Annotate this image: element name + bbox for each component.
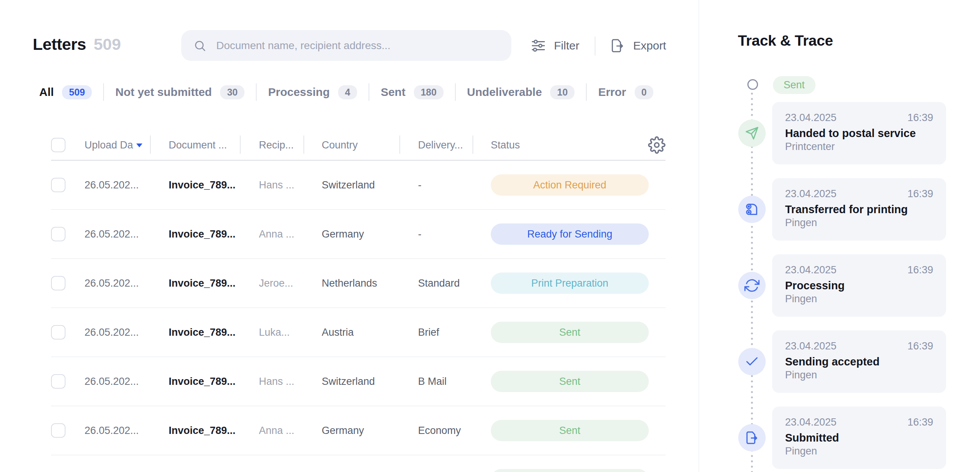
filter-label: Filter <box>554 39 579 52</box>
export-button[interactable]: Export <box>610 34 666 57</box>
search-bar[interactable] <box>181 30 511 61</box>
status-badge: Sent <box>491 469 649 472</box>
table-row[interactable]: 26.05.202... Invoice_789... Hans ... Swi… <box>51 357 666 406</box>
event-time: 16:39 <box>907 188 933 200</box>
column-header-upload-date[interactable]: Upload Da <box>85 139 169 151</box>
table-row[interactable]: 26.05.202... Invoice_789... Hans ... Swi… <box>51 161 666 210</box>
sort-desc-caret <box>136 144 142 147</box>
cell-recipient: Luka... <box>259 327 322 338</box>
event-time: 16:39 <box>907 264 933 276</box>
status-badge: Print Preparation <box>491 273 649 294</box>
timeline-event-card[interactable]: 23.04.2025 16:39 Sending accepted Pingen <box>772 330 946 393</box>
cell-upload-date: 26.05.202... <box>85 179 169 191</box>
tab-error[interactable]: Error 0 <box>598 85 653 99</box>
timeline-start-ring <box>747 79 758 90</box>
event-source: Pingen <box>785 445 933 457</box>
timeline-event-card[interactable]: 23.04.2025 16:39 Processing Pingen <box>772 254 946 317</box>
event-date: 23.04.2025 <box>785 188 836 200</box>
event-title: Submitted <box>785 432 933 444</box>
event-source: Pingen <box>785 217 933 229</box>
tab-count-badge: 0 <box>635 85 654 99</box>
table-row[interactable]: 26.05.202... Invoice_789... Anna ... Ger… <box>51 210 666 259</box>
column-header-recipient[interactable]: Recip... <box>259 139 322 151</box>
header-separator <box>240 136 241 154</box>
row-checkbox[interactable] <box>51 178 65 192</box>
cell-document: Invoice_789... <box>169 327 259 338</box>
cell-country: Switzerland <box>322 179 418 191</box>
tab-separator <box>369 83 369 101</box>
row-checkbox[interactable] <box>51 276 65 290</box>
column-header-delivery[interactable]: Delivery... <box>418 139 491 151</box>
tab-all[interactable]: All 509 <box>39 85 92 99</box>
cell-document: Invoice_789... <box>169 179 259 191</box>
cell-recipient: Jeroe... <box>259 277 322 289</box>
row-checkbox[interactable] <box>51 227 65 241</box>
table-row[interactable]: 26.05.202... Invoice_789... Anna ... Ger… <box>51 406 666 455</box>
cell-document: Invoice_789... <box>169 277 259 289</box>
filter-button[interactable]: Filter <box>530 34 579 57</box>
search-icon <box>193 39 206 52</box>
tab-count-badge: 10 <box>550 85 575 99</box>
table-row[interactable]: 26.05.202... Invoice_789... Luka... Aust… <box>51 308 666 357</box>
tab-count-badge: 509 <box>62 85 92 99</box>
header-separator <box>150 136 151 154</box>
tab-count-badge: 180 <box>414 85 444 99</box>
status-badge: Sent <box>491 371 649 392</box>
table-header-row: Upload Da Document ... Recip... Country … <box>51 130 666 161</box>
file-export-icon <box>738 424 766 451</box>
cell-delivery: - <box>418 179 491 191</box>
tab-separator <box>455 83 456 101</box>
event-time: 16:39 <box>907 416 933 428</box>
sliders-icon <box>530 38 546 54</box>
event-title: Handed to postal service <box>785 127 933 140</box>
track-trace-panel: Track & Trace Sent 23.04.2025 16:39 Hand… <box>699 0 980 472</box>
tab-undeliverable[interactable]: Undeliverable 10 <box>467 85 575 99</box>
timeline-event-card[interactable]: 23.04.2025 16:39 Submitted Pingen <box>772 407 946 469</box>
tab-processing[interactable]: Processing 4 <box>268 85 357 99</box>
tab-count-badge: 4 <box>338 85 357 99</box>
event-title: Transferred for printing <box>785 203 933 216</box>
header-separator <box>472 136 473 154</box>
cell-delivery: Economy <box>418 425 491 437</box>
timeline-event-card[interactable]: 23.04.2025 16:39 Transferred for printin… <box>772 178 946 241</box>
printing-press-icon <box>738 196 766 223</box>
column-header-country[interactable]: Country <box>322 139 418 151</box>
tab-label: All <box>39 86 54 99</box>
event-source: Pingen <box>785 369 933 381</box>
tab-label: Undeliverable <box>467 86 542 99</box>
timeline-event-card[interactable]: 23.04.2025 16:39 Handed to postal servic… <box>772 102 946 164</box>
row-checkbox[interactable] <box>51 374 65 389</box>
event-date: 23.04.2025 <box>785 112 836 124</box>
export-label: Export <box>633 39 666 52</box>
cell-country: Germany <box>322 228 418 240</box>
status-tabs: All 509 Not yet submitted 30 Processing … <box>39 82 653 102</box>
cell-document: Invoice_789... <box>169 228 259 240</box>
search-input[interactable] <box>215 39 506 52</box>
tab-not-yet-submitted[interactable]: Not yet submitted 30 <box>115 85 244 99</box>
track-trace-title: Track & Trace <box>738 32 833 49</box>
column-header-document[interactable]: Document ... <box>169 139 259 151</box>
tab-sent[interactable]: Sent 180 <box>381 85 444 99</box>
header-separator <box>303 136 304 154</box>
row-checkbox[interactable] <box>51 423 65 438</box>
toolbar-divider <box>595 37 595 56</box>
table-row[interactable]: 26.05.202... Invoice_789... Jeroe... Net… <box>51 455 666 472</box>
page-header: Letters 509 <box>33 35 121 54</box>
column-header-status[interactable]: Status <box>491 139 649 151</box>
page-title: Letters <box>33 35 86 54</box>
cell-delivery: Brief <box>418 327 491 338</box>
event-time: 16:39 <box>907 340 933 352</box>
cell-document: Invoice_789... <box>169 425 259 437</box>
tab-separator <box>586 83 587 101</box>
tab-count-badge: 30 <box>220 85 244 99</box>
cell-country: Germany <box>322 425 418 437</box>
cell-upload-date: 26.05.202... <box>85 327 169 338</box>
table-row[interactable]: 26.05.202... Invoice_789... Jeroe... Net… <box>51 259 666 308</box>
gear-icon[interactable] <box>648 136 666 154</box>
tab-separator <box>103 83 104 101</box>
row-checkbox[interactable] <box>51 325 65 340</box>
cell-delivery: - <box>418 228 491 240</box>
event-source: Pingen <box>785 293 933 305</box>
select-all-checkbox[interactable] <box>51 138 65 152</box>
track-status-badge: Sent <box>773 76 816 94</box>
